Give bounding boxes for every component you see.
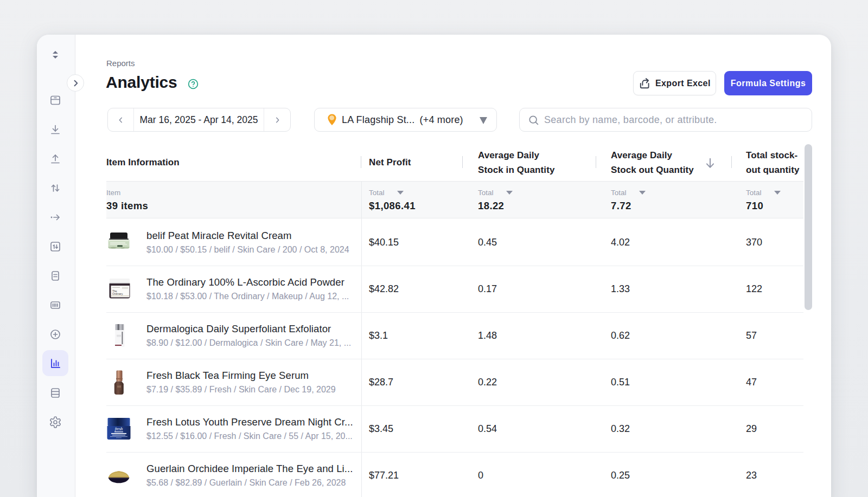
svg-text:fresh: fresh <box>115 427 123 431</box>
svg-text:Ordinary.: Ordinary. <box>112 292 123 295</box>
